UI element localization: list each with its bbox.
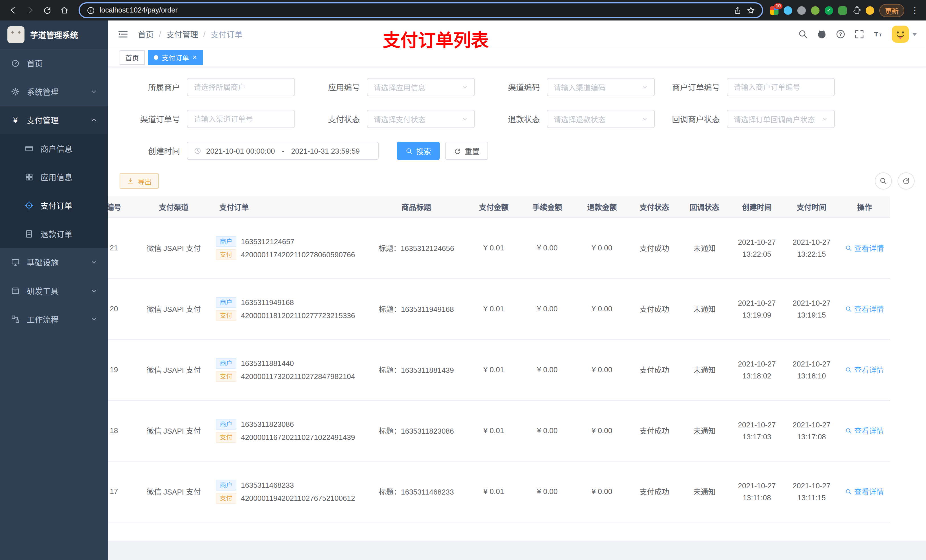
- gear-icon: [11, 87, 20, 96]
- channel-order-no-input[interactable]: [187, 110, 295, 128]
- cell-fee: ¥ 0.00: [520, 461, 575, 522]
- cell-refund: ¥ 0.00: [575, 461, 629, 522]
- close-icon[interactable]: ×: [192, 53, 197, 61]
- home-button[interactable]: [57, 3, 72, 18]
- cell-title: 标题：1635311881439: [365, 339, 468, 400]
- credit-card-icon: [24, 144, 33, 153]
- sidebar-item-payment[interactable]: ¥ 支付管理: [0, 106, 108, 134]
- refund-status-select[interactable]: 请选择退款状态: [547, 110, 655, 128]
- breadcrumb-item[interactable]: 支付管理: [166, 29, 198, 40]
- sidebar-item-devtool[interactable]: 研发工具: [0, 276, 108, 305]
- pay-order-no: 4200001173202110272847982104: [241, 372, 355, 380]
- cell-refund: ¥ 0.00: [575, 339, 629, 400]
- sidebar-item-infra[interactable]: 基础设施: [0, 248, 108, 276]
- cell-id: 20: [108, 278, 134, 339]
- toggle-search-button[interactable]: [875, 172, 892, 190]
- col-header-fee: 手续金额: [520, 196, 575, 217]
- pay-order-no: 4200001194202110276752100612: [241, 494, 355, 502]
- cell-channel: 微信 JSAPI 支付: [134, 217, 213, 278]
- cell-amount: ¥ 0.01: [468, 400, 520, 461]
- sidebar-item-system[interactable]: 系统管理: [0, 77, 108, 106]
- cell-title: 标题：1635312124656: [365, 217, 468, 278]
- cell-fee: ¥ 0.00: [520, 278, 575, 339]
- pay-tag: 支付: [216, 249, 236, 260]
- fullscreen-icon[interactable]: [854, 29, 864, 39]
- extension-icon[interactable]: [784, 6, 792, 15]
- sidebar-item-home[interactable]: 首页: [0, 49, 108, 77]
- github-icon[interactable]: [817, 29, 827, 39]
- tab-pay-order[interactable]: 支付订单 ×: [148, 50, 203, 65]
- magnifier-icon: [845, 488, 852, 495]
- back-button[interactable]: [6, 3, 21, 18]
- merchant-input[interactable]: [187, 78, 295, 96]
- bookmark-star-icon[interactable]: [747, 6, 755, 15]
- page-title: 支付订单列表: [383, 26, 489, 52]
- create-time-range-picker[interactable]: 2021-10-01 00:00:00 - 2021-10-31 23:59:5…: [187, 142, 379, 160]
- logo-avatar: [8, 26, 24, 43]
- help-icon[interactable]: ?: [835, 29, 846, 39]
- pay-status-select[interactable]: 请选择支付状态: [367, 110, 475, 128]
- cell-create-time: 2021-10-27 13:22:05: [729, 217, 784, 278]
- pay-tag: 支付: [216, 371, 236, 382]
- extension-icon[interactable]: [797, 6, 806, 15]
- app-no-select[interactable]: 请选择应用信息: [367, 78, 475, 96]
- cell-fee: ¥ 0.00: [520, 400, 575, 461]
- search-button[interactable]: 搜索: [397, 142, 440, 160]
- sidebar-item-pay-order[interactable]: 支付订单: [0, 191, 108, 220]
- channel-code-select[interactable]: 请输入渠道编码: [547, 78, 655, 96]
- search-icon[interactable]: [798, 29, 808, 39]
- user-menu[interactable]: [892, 26, 917, 43]
- merchant-order-no: 1635311949168: [241, 298, 294, 306]
- sidebar-item-label: 退款订单: [41, 228, 72, 240]
- horizontal-scrollbar[interactable]: [108, 540, 926, 560]
- url-bar[interactable]: localhost:1024/pay/order: [79, 2, 763, 18]
- browser-update-button[interactable]: 更新: [879, 4, 904, 17]
- link-label: 查看详情: [854, 303, 884, 314]
- extension-check-icon[interactable]: ✓: [825, 6, 833, 15]
- cell-channel: 微信 JSAPI 支付: [134, 278, 213, 339]
- chevron-up-icon: [91, 117, 97, 124]
- refresh-table-button[interactable]: [897, 172, 915, 190]
- view-detail-link[interactable]: 查看详情: [845, 303, 884, 314]
- merchant-order-no-input[interactable]: [727, 78, 835, 96]
- view-detail-link[interactable]: 查看详情: [845, 486, 884, 497]
- sidebar-item-refund-order[interactable]: 退款订单: [0, 220, 108, 248]
- refresh-icon: [902, 177, 910, 185]
- extension-badge: 10: [774, 3, 782, 9]
- view-detail-link[interactable]: 查看详情: [845, 242, 884, 253]
- tab-label: 支付订单: [162, 52, 189, 62]
- merchant-order-no: 1635311881440: [241, 359, 294, 367]
- notify-status-select[interactable]: 请选择订单回调商户状态: [727, 110, 835, 128]
- extension-icon[interactable]: 10: [770, 6, 779, 15]
- sidebar-item-merchant-info[interactable]: 商户信息: [0, 134, 108, 163]
- chrome-menu-icon[interactable]: ⋮: [909, 5, 920, 15]
- forward-button[interactable]: [23, 3, 38, 18]
- font-size-icon[interactable]: TT: [873, 29, 883, 39]
- reload-button[interactable]: [40, 3, 54, 18]
- export-button[interactable]: 导出: [120, 173, 159, 189]
- browser-chrome: localhost:1024/pay/order 10 ✓ 更新: [0, 0, 926, 21]
- workflow-icon: [11, 315, 20, 324]
- reset-button[interactable]: 重置: [445, 142, 488, 160]
- cell-actions: 查看详情: [839, 461, 890, 522]
- breadcrumb-item[interactable]: 首页: [138, 29, 154, 40]
- tab-home[interactable]: 首页: [120, 50, 145, 65]
- table-row: 19 微信 JSAPI 支付 商户 1635311881440 支付: [108, 339, 890, 400]
- hamburger-icon[interactable]: [117, 29, 129, 40]
- extension-icon[interactable]: [838, 6, 847, 15]
- sidebar-item-app-info[interactable]: 应用信息: [0, 163, 108, 191]
- view-detail-link[interactable]: 查看详情: [845, 364, 884, 375]
- app-logo[interactable]: 芋道管理系统: [0, 21, 108, 49]
- dashboard-icon: [11, 59, 20, 68]
- extensions-puzzle-icon[interactable]: [852, 6, 861, 15]
- sidebar-item-workflow[interactable]: 工作流程: [0, 305, 108, 334]
- orders-table-wrap[interactable]: 编号 支付渠道 支付订单 商品标题 支付金额 手续金额 退款金额 支付状态 回调…: [108, 196, 926, 540]
- view-detail-link[interactable]: 查看详情: [845, 425, 884, 436]
- extension-icon[interactable]: [811, 6, 820, 15]
- pay-tag: 支付: [216, 310, 236, 321]
- site-info-icon[interactable]: [86, 6, 95, 15]
- merchant-order-no: 1635312124657: [241, 237, 294, 246]
- filter-label: 渠道编码: [480, 82, 547, 93]
- profile-avatar-icon[interactable]: [865, 6, 874, 15]
- share-icon[interactable]: [734, 6, 742, 15]
